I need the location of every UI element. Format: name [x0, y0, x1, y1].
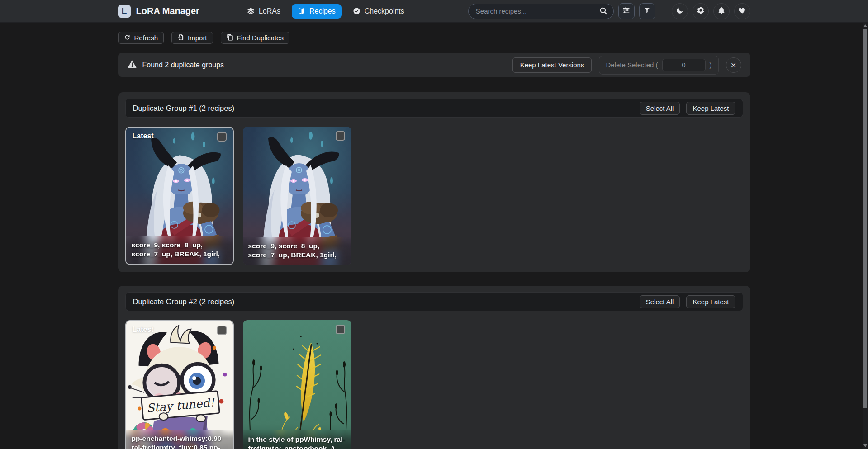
banner-message: Found 2 duplicate groups	[142, 61, 224, 69]
nav-inner: L LoRA Manager LoRAs Recipes Checkpoint	[118, 3, 750, 19]
theme-toggle-button[interactable]	[672, 3, 688, 19]
group-2-header: Duplicate Group #2 (2 recipes) Select Al…	[125, 292, 743, 311]
import-icon	[177, 34, 184, 42]
search-wrap	[468, 4, 614, 19]
duplicate-group-1: Duplicate Group #1 (2 recipes) Select Al…	[118, 92, 750, 272]
duplicates-banner: Found 2 duplicate groups Keep Latest Ver…	[118, 53, 750, 77]
tab-loras-label: LoRAs	[259, 7, 280, 15]
search-icon[interactable]	[599, 7, 608, 17]
refresh-button[interactable]: Refresh	[118, 32, 164, 44]
tab-loras[interactable]: LoRAs	[241, 4, 286, 19]
recipe-caption: score_9, score_8_up, score_7_up, BREAK, …	[243, 237, 351, 265]
heart-icon	[738, 6, 746, 16]
search-input[interactable]	[468, 4, 614, 19]
delete-selected-suffix: )	[710, 61, 712, 69]
recipe-caption: score_9, score_8_up, score_7_up, BREAK, …	[126, 236, 233, 264]
group-2-actions: Select All Keep Latest	[640, 295, 735, 308]
group-1-header: Duplicate Group #1 (2 recipes) Select Al…	[125, 99, 743, 118]
tab-recipes-label: Recipes	[309, 7, 336, 15]
close-icon: ×	[731, 61, 736, 70]
vertical-scrollbar[interactable]	[863, 23, 868, 449]
recipe-thumbnail-feather	[243, 320, 351, 449]
notifications-button[interactable]	[713, 3, 730, 19]
delete-selected-prefix: Delete Selected (	[606, 61, 658, 69]
toolbar: Refresh Import Find Duplicates	[118, 32, 750, 44]
keep-latest-versions-button[interactable]: Keep Latest Versions	[512, 57, 592, 73]
delete-selected-group: Delete Selected ( )	[599, 56, 718, 75]
latest-badge: Latest	[133, 132, 154, 140]
filter-button[interactable]	[639, 3, 655, 19]
group-2-keep-latest-button[interactable]: Keep Latest	[686, 295, 735, 308]
recipe-card[interactable]: in the style of ppWhimsy, ral-frctlgmtry…	[243, 320, 351, 449]
bell-icon	[717, 6, 726, 16]
find-duplicates-label: Find Duplicates	[237, 34, 284, 42]
banner-close-button[interactable]: ×	[726, 57, 741, 73]
group-1-title: Duplicate Group #1 (2 recipes)	[133, 104, 235, 113]
app-title: LoRA Manager	[136, 6, 199, 16]
tab-checkpoints-label: Checkpoints	[365, 7, 404, 15]
group-2-select-all-button[interactable]: Select All	[640, 295, 680, 308]
tab-recipes[interactable]: Recipes	[292, 4, 342, 19]
delete-count-input[interactable]	[662, 59, 706, 71]
scrollbar-up-arrow[interactable]	[863, 24, 867, 27]
main-content: Refresh Import Find Duplicates Found 2 d…	[118, 32, 750, 449]
recipe-caption: in the style of ppWhimsy, ral-frctlgmtry…	[243, 430, 351, 449]
check-circle-icon	[353, 7, 360, 15]
settings-button[interactable]	[693, 3, 709, 19]
nav-right-cluster	[672, 3, 750, 19]
recipe-card[interactable]: Stay tuned! Latest pp-enchanted-whimsy:0…	[125, 320, 234, 449]
group-1-select-all-button[interactable]: Select All	[640, 102, 680, 115]
support-button[interactable]	[734, 3, 750, 19]
app-logo[interactable]: L	[118, 5, 131, 18]
top-nav: L LoRA Manager LoRAs Recipes Checkpoint	[0, 0, 868, 23]
import-button[interactable]: Import	[171, 32, 213, 44]
group-2-cards: Stay tuned! Latest pp-enchanted-whimsy:0…	[125, 320, 743, 449]
book-icon	[298, 7, 305, 15]
group-1-cards: Latest score_9, score_8_up, score_7_up, …	[125, 127, 743, 265]
duplicate-group-2: Duplicate Group #2 (2 recipes) Select Al…	[118, 286, 750, 449]
tab-checkpoints[interactable]: Checkpoints	[347, 4, 410, 19]
banner-actions: Keep Latest Versions Delete Selected ( )…	[512, 56, 741, 75]
recipe-caption: pp-enchanted-whimsy:0.90 ral-frctlgmtry_…	[126, 430, 233, 449]
funnel-icon	[644, 7, 650, 15]
moon-icon	[676, 6, 684, 16]
group-2-title: Duplicate Group #2 (2 recipes)	[133, 298, 235, 306]
recipe-card[interactable]: Latest score_9, score_8_up, score_7_up, …	[125, 127, 234, 265]
card-checkbox[interactable]	[217, 132, 227, 142]
sliders-icon	[622, 6, 630, 16]
scrollbar-down-arrow[interactable]	[863, 444, 867, 447]
app-logo-letter: L	[122, 6, 127, 16]
scrollbar-thumb[interactable]	[863, 29, 867, 408]
refresh-label: Refresh	[134, 34, 158, 42]
group-1-keep-latest-button[interactable]: Keep Latest	[686, 102, 735, 115]
layers-icon	[247, 7, 255, 15]
nav-tabs: LoRAs Recipes Checkpoints	[241, 4, 410, 19]
gear-icon	[697, 6, 705, 16]
latest-badge: Latest	[133, 326, 154, 334]
duplicates-icon	[227, 34, 233, 42]
group-1-actions: Select All Keep Latest	[640, 102, 735, 115]
card-checkbox[interactable]	[336, 131, 345, 141]
recipe-card[interactable]: score_9, score_8_up, score_7_up, BREAK, …	[243, 127, 351, 265]
refresh-icon	[124, 34, 131, 42]
card-checkbox[interactable]	[217, 326, 227, 335]
sliders-filter-button[interactable]	[618, 3, 635, 19]
import-label: Import	[188, 34, 207, 42]
warning-icon	[127, 59, 137, 71]
card-checkbox[interactable]	[336, 325, 345, 334]
find-duplicates-button[interactable]: Find Duplicates	[221, 32, 289, 44]
